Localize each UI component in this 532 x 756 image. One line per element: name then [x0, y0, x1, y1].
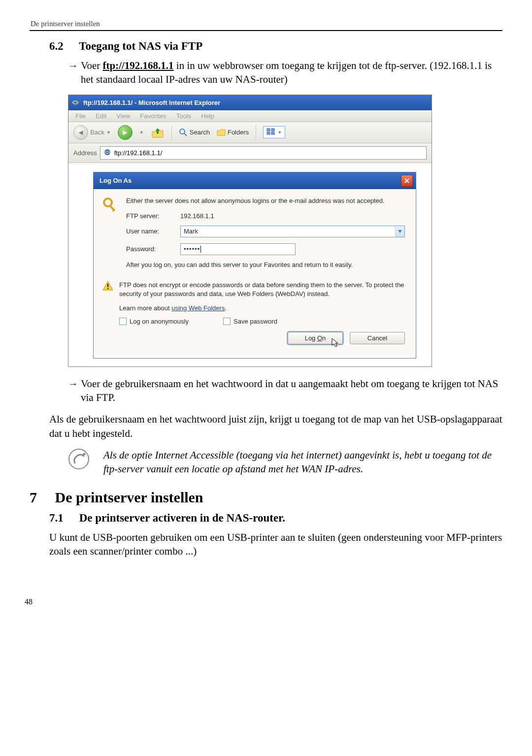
folders-button[interactable]: Folders: [217, 129, 249, 136]
dialog-body: Either the server does not allow anonymo…: [94, 189, 416, 358]
username-dropdown-button[interactable]: [395, 226, 404, 237]
web-folders-link[interactable]: using Web Folders: [171, 304, 225, 312]
heading-7-1: 7.1 De printserver activeren in de NAS-r…: [49, 512, 502, 525]
views-icon: [266, 128, 275, 136]
chevron-down-icon: [398, 230, 402, 233]
svg-rect-14: [107, 288, 108, 289]
dialog-title-text: Log On As: [100, 177, 132, 184]
instruction-2: Voer de gebruikersnaam en het wachtwoord…: [68, 377, 502, 405]
svg-point-15: [69, 449, 89, 469]
running-header: De printserver instellen: [30, 15, 502, 31]
screenshot-ie-window: ftp://192.168.1.1/ - Microsoft Internet …: [68, 95, 432, 367]
section-7-paragraph: U kunt de USB-poorten gebruiken om een U…: [49, 530, 502, 559]
svg-rect-3: [267, 129, 270, 131]
svg-rect-6: [271, 132, 274, 134]
dialog-title-bar: Log On As: [94, 172, 416, 189]
note-text: Als de optie Internet Accessible (toegan…: [103, 448, 502, 476]
svg-point-1: [180, 129, 185, 134]
key-icon: [102, 197, 119, 215]
menu-help[interactable]: Help: [201, 112, 214, 120]
back-button[interactable]: ◄ Back ▼: [73, 125, 111, 140]
svg-rect-13: [107, 284, 108, 287]
chevron-down-icon: ▼: [277, 130, 282, 135]
username-value: Mark: [184, 228, 198, 235]
password-label: Password:: [126, 245, 180, 253]
heading-6-2-title: Toegang tot NAS via FTP: [79, 40, 202, 52]
back-icon: ◄: [73, 125, 88, 140]
checkbox-icon: [223, 318, 231, 325]
ie-menu-bar: File Edit View Favorites Tools Help: [68, 110, 432, 122]
instruction-1: Voer ftp://192.168.1.1 in in uw webbrows…: [68, 59, 502, 87]
username-label: User name:: [126, 228, 180, 235]
close-icon: [404, 178, 410, 184]
address-field[interactable]: ftp://192.168.1.1/: [100, 146, 427, 160]
ie-title-bar: ftp://192.168.1.1/ - Microsoft Internet …: [68, 95, 432, 110]
note-icon: [68, 448, 90, 470]
note-block: Als de optie Internet Accessible (toegan…: [68, 448, 502, 476]
ie-address-bar: Address ftp://192.168.1.1/: [68, 143, 432, 163]
ie-title-text: ftp://192.168.1.1/ - Microsoft Internet …: [83, 99, 220, 106]
svg-line-2: [184, 133, 187, 136]
save-password-label: Save password: [233, 318, 277, 325]
text-cursor: [200, 246, 201, 253]
search-button[interactable]: Search: [179, 128, 210, 137]
save-password-checkbox[interactable]: Save password: [223, 318, 277, 325]
instruction-1-pre: Voer: [81, 60, 103, 71]
username-input[interactable]: Mark: [180, 226, 405, 237]
chevron-down-icon[interactable]: ▼: [139, 130, 144, 135]
back-label: Back: [90, 129, 104, 136]
page-number: 48: [25, 597, 502, 606]
ftp-url-link[interactable]: ftp://192.168.1.1: [103, 60, 174, 71]
heading-7: 7 De printserver instellen: [30, 489, 502, 506]
menu-file[interactable]: File: [75, 112, 86, 120]
menu-edit[interactable]: Edit: [96, 112, 106, 120]
svg-rect-4: [271, 129, 274, 131]
heading-7-title: De printserver instellen: [55, 489, 203, 505]
logon-dialog: Log On As: [93, 172, 416, 359]
anonymous-checkbox[interactable]: Log on anonymously: [119, 318, 189, 325]
svg-rect-5: [267, 132, 270, 134]
close-button[interactable]: [401, 175, 413, 187]
checkbox-icon: [119, 318, 127, 325]
heading-7-num: 7: [30, 489, 51, 506]
ie-toolbar: ◄ Back ▼ ► ▼ Search: [68, 122, 432, 143]
search-label: Search: [190, 129, 210, 136]
folders-icon: [217, 129, 226, 136]
ie-icon: [71, 99, 79, 106]
password-input[interactable]: ••••••: [180, 243, 296, 255]
password-value: ••••••: [184, 245, 200, 253]
menu-tools[interactable]: Tools: [176, 112, 191, 120]
ftp-server-label: FTP server:: [126, 212, 180, 220]
cancel-button[interactable]: Cancel: [350, 332, 405, 344]
warning-text: FTP does not encrypt or encode passwords…: [119, 281, 405, 298]
up-folder-icon: [151, 127, 165, 138]
learn-more-line: Learn more about using Web Folders.: [119, 304, 405, 312]
info-favorites: After you log on, you can add this serve…: [126, 261, 405, 269]
folders-label: Folders: [228, 129, 249, 136]
heading-6-2: 6.2 Toegang tot NAS via FTP: [49, 40, 502, 53]
address-label: Address: [73, 149, 97, 157]
chevron-down-icon: ▼: [106, 130, 111, 135]
forward-button[interactable]: ►: [118, 125, 133, 140]
views-button[interactable]: ▼: [263, 126, 285, 138]
heading-7-1-title: De printserver activeren in de NAS-route…: [79, 512, 285, 524]
forward-icon: ►: [121, 129, 129, 136]
cursor-icon: [332, 338, 339, 348]
heading-6-2-num: 6.2: [49, 40, 76, 53]
menu-view[interactable]: View: [116, 112, 130, 120]
warning-icon: [102, 281, 113, 292]
search-icon: [179, 128, 188, 137]
ftp-server-value: 192.168.1.1: [180, 212, 214, 220]
svg-point-16: [83, 453, 86, 455]
menu-favorites[interactable]: Favorites: [140, 112, 166, 120]
dialog-message: Either the server does not allow anonymo…: [126, 197, 405, 205]
address-value: ftp://192.168.1.1/: [114, 149, 163, 157]
result-paragraph: Als de gebruikersnaam en het wachtwoord …: [49, 412, 502, 440]
anonymous-label: Log on anonymously: [130, 318, 189, 325]
ie-content-area: Log On As: [68, 163, 432, 366]
svg-point-0: [72, 99, 79, 106]
up-folder-button[interactable]: [151, 127, 165, 138]
logon-button[interactable]: Log On: [288, 332, 343, 344]
heading-7-1-num: 7.1: [49, 512, 76, 525]
ie-page-icon: [103, 148, 111, 158]
